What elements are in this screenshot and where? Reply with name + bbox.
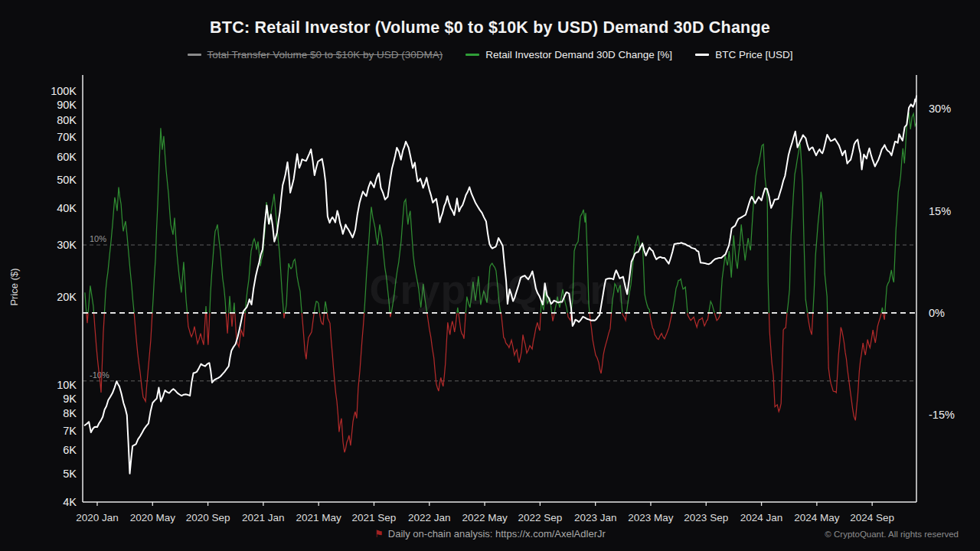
y-axis-price-tick: 90K (57, 99, 77, 111)
x-axis-tick: 2024 May (794, 512, 840, 523)
y-axis-price-tick: 4K (63, 496, 77, 508)
x-axis-tick: 2023 May (628, 512, 674, 523)
y-axis-price-tick: 8K (63, 407, 77, 419)
gridline-label-10pct: 10% (90, 234, 106, 243)
footer-copyright: © CryptoQuant. All rights reserved (825, 530, 959, 539)
x-axis-tick: 2020 May (130, 512, 176, 523)
y-axis-price-tick: 100K (51, 85, 77, 97)
y-axis-price-tick: 10K (57, 379, 77, 391)
x-axis-tick: 2023 Jan (574, 512, 617, 523)
y-axis-price-tick: 70K (57, 131, 77, 143)
legend-dash-icon (188, 54, 201, 56)
y-axis-price-tick: 9K (63, 393, 77, 405)
y-axis-price-tick: 7K (63, 425, 77, 437)
x-axis-tick: 2022 Sep (518, 512, 562, 523)
x-axis-tick: 2024 Sep (850, 512, 894, 523)
x-axis-tick: 2022 May (462, 512, 508, 523)
chart-page: 10%-10%100K90K80K70K60K50K40K30K20K10K9K… (0, 0, 980, 551)
flag-icon: ⚑ (374, 528, 384, 540)
legend-item-btc-price[interactable]: BTC Price [USD] (695, 49, 792, 60)
legend-label: BTC Price [USD] (715, 49, 792, 60)
y-axis-price-tick: 60K (57, 151, 77, 163)
x-axis-tick: 2024 Jan (740, 512, 783, 523)
y-axis-percent-tick: 15% (929, 205, 951, 217)
x-axis-tick: 2021 Sep (352, 512, 397, 523)
legend-dash-icon (695, 54, 709, 56)
x-axis-tick: 2021 May (296, 512, 342, 523)
legend-label: Retail Investor Demand 30D Change [%] (485, 49, 672, 60)
chart-title: BTC: Retail Investor (Volume $0 to $10K … (0, 18, 980, 37)
legend-label: Total Transfer Volume $0 to $10K by USD … (207, 49, 443, 60)
legend-item-total-transfer-volume[interactable]: Total Transfer Volume $0 to $10K by USD … (188, 49, 443, 60)
cryptoquant-watermark: CryptoQuant (370, 266, 631, 313)
y-axis-percent-tick: -15% (929, 409, 955, 421)
price-axis-title: Price ($) (8, 268, 20, 305)
y-axis-percent-tick: 30% (929, 103, 951, 115)
y-axis-price-tick: 20K (57, 291, 77, 303)
y-axis-price-tick: 30K (57, 239, 77, 251)
y-axis-price-tick: 40K (57, 202, 77, 214)
x-axis-tick: 2022 Jan (408, 512, 451, 523)
y-axis-price-tick: 50K (57, 174, 77, 186)
legend-item-retail-demand[interactable]: Retail Investor Demand 30D Change [%] (466, 49, 672, 60)
y-axis-percent-tick: 0% (929, 307, 945, 319)
x-axis-tick: 2020 Sep (186, 512, 230, 523)
x-axis-tick: 2020 Jan (76, 512, 119, 523)
legend-dash-icon (466, 54, 479, 56)
legend: Total Transfer Volume $0 to $10K by USD … (0, 49, 980, 60)
x-axis-tick: 2021 Jan (242, 512, 285, 523)
footer-analysis-text: Daily on-chain analysis: https://x.com/A… (388, 528, 606, 540)
y-axis-price-tick: 5K (63, 468, 77, 480)
x-axis-tick: 2023 Sep (684, 512, 728, 523)
y-axis-price-tick: 6K (63, 444, 77, 456)
y-axis-price-tick: 80K (57, 114, 77, 126)
